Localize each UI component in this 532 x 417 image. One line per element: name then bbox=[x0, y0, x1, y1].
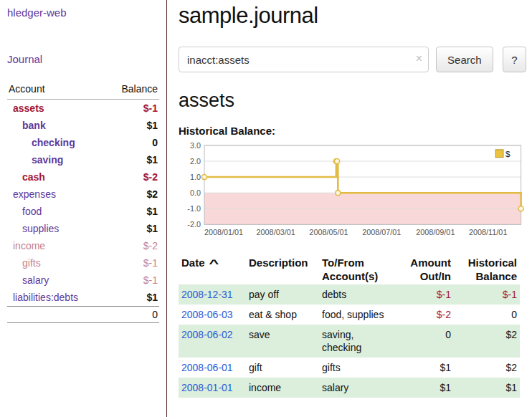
transaction-date-cell: 2008-06-01 bbox=[179, 358, 246, 378]
transaction-date-link[interactable]: 2008-06-01 bbox=[181, 362, 233, 373]
x-tick-label: 2008/07/01 bbox=[362, 228, 401, 236]
historical-balance-chart: 3.02.01.00.0-1.0-2.02008/01/012008/03/01… bbox=[179, 141, 526, 244]
y-tick-label: -2.0 bbox=[187, 220, 201, 229]
x-tick-label: 2008/05/01 bbox=[309, 228, 348, 236]
account-row: assets$-1 bbox=[7, 100, 159, 118]
transaction-balance: 0 bbox=[454, 305, 520, 325]
journal-link[interactable]: Journal bbox=[7, 53, 42, 65]
account-row: income$-2 bbox=[7, 237, 159, 254]
register-row: 2008-12-31pay offdebts$-1$-1 bbox=[179, 284, 520, 305]
account-balance: $1 bbox=[105, 220, 159, 237]
y-tick-label: -1.0 bbox=[187, 204, 201, 213]
account-name-cell: expenses bbox=[7, 186, 105, 203]
transaction-accounts: salary bbox=[319, 378, 394, 398]
transaction-balance: $1 bbox=[454, 378, 520, 398]
transaction-date-cell: 2008-01-01 bbox=[179, 378, 246, 398]
account-link[interactable]: checking bbox=[32, 137, 75, 148]
total-spacer bbox=[7, 307, 105, 323]
clear-search-icon[interactable]: × bbox=[416, 52, 422, 65]
legend-swatch bbox=[495, 150, 503, 158]
column-header-description: Description bbox=[246, 254, 319, 284]
account-balance: $-1 bbox=[105, 254, 159, 272]
x-tick-label: 2008/09/01 bbox=[416, 228, 455, 236]
transaction-accounts: gifts bbox=[319, 358, 394, 378]
transaction-date-link[interactable]: 2008-01-01 bbox=[181, 382, 233, 393]
transaction-accounts: debts bbox=[319, 284, 394, 305]
account-column-header: Account bbox=[7, 81, 105, 100]
accounts-header-row: Account Balance bbox=[7, 81, 159, 100]
transaction-amount: $1 bbox=[394, 378, 454, 398]
hledger-web-app: hledger-web Journal Account Balance asse… bbox=[0, 0, 532, 417]
account-row: liabilities:debts$1 bbox=[7, 289, 159, 307]
y-tick-label: 1.0 bbox=[190, 173, 201, 181]
chart-title: Historical Balance: bbox=[179, 125, 526, 137]
transaction-description: save bbox=[246, 325, 319, 358]
column-header-date[interactable]: Date^ bbox=[179, 254, 246, 284]
y-tick-label: 2.0 bbox=[190, 157, 201, 166]
transaction-amount: 0 bbox=[394, 325, 454, 358]
account-row: checking0 bbox=[7, 134, 159, 151]
search-box: × bbox=[179, 47, 429, 72]
column-header-amount: Amount Out/In bbox=[394, 254, 454, 284]
register-row: 2008-06-03eat & shopfood, supplies$-20 bbox=[179, 305, 520, 325]
data-point-marker bbox=[518, 206, 523, 211]
x-tick-label: 2008/03/01 bbox=[257, 228, 295, 236]
transaction-date-link[interactable]: 2008-06-03 bbox=[181, 309, 233, 320]
sidebar: hledger-web Journal Account Balance asse… bbox=[0, 0, 167, 417]
account-link[interactable]: gifts bbox=[22, 257, 41, 269]
account-link[interactable]: liabilities:debts bbox=[13, 292, 78, 303]
transaction-description: pay off bbox=[246, 284, 319, 305]
transaction-date-cell: 2008-12-31 bbox=[179, 284, 246, 305]
y-tick-label: 3.0 bbox=[190, 141, 201, 150]
transaction-date-link[interactable]: 2008-06-02 bbox=[181, 329, 233, 340]
transaction-balance: $2 bbox=[454, 358, 520, 378]
account-name-cell: gifts bbox=[7, 254, 105, 272]
account-balance: 0 bbox=[105, 134, 159, 151]
register-row: 2008-06-02savesaving, checking0$2 bbox=[179, 325, 520, 358]
search-bar: × Search ? bbox=[179, 47, 526, 72]
account-link[interactable]: cash bbox=[22, 171, 45, 183]
account-name-cell: salary bbox=[7, 272, 105, 289]
search-button[interactable]: Search bbox=[436, 47, 493, 72]
help-button[interactable]: ? bbox=[503, 47, 526, 72]
account-link[interactable]: expenses bbox=[13, 188, 56, 200]
accounts-table: Account Balance assets$-1bank$1checking0… bbox=[7, 81, 159, 323]
account-balance: $1 bbox=[105, 203, 159, 220]
x-tick-label: 2008/11/01 bbox=[469, 228, 507, 236]
transaction-date-link[interactable]: 2008-12-31 bbox=[181, 289, 233, 300]
account-name-cell: food bbox=[7, 203, 105, 220]
register-row: 2008-01-01incomesalary$1$1 bbox=[179, 378, 520, 398]
transaction-description: eat & shop bbox=[246, 305, 319, 325]
account-link[interactable]: assets bbox=[13, 102, 44, 114]
transaction-date-cell: 2008-06-03 bbox=[179, 305, 246, 325]
x-tick-label: 2008/01/01 bbox=[204, 228, 243, 236]
account-name-cell: checking bbox=[7, 134, 105, 151]
account-link[interactable]: income bbox=[13, 240, 45, 251]
account-link[interactable]: bank bbox=[22, 120, 46, 131]
legend-label: $ bbox=[505, 149, 510, 159]
account-link[interactable]: salary bbox=[22, 274, 49, 286]
account-name-cell: assets bbox=[7, 100, 105, 118]
transaction-amount: $-1 bbox=[394, 284, 454, 305]
account-heading: assets bbox=[179, 90, 526, 112]
account-row: cash$-2 bbox=[7, 168, 159, 186]
sort-ascending-icon: ^ bbox=[209, 257, 219, 270]
account-link[interactable]: supplies bbox=[22, 223, 59, 234]
account-link[interactable]: food bbox=[22, 206, 42, 217]
register-row: 2008-06-01giftgifts$1$2 bbox=[179, 358, 520, 378]
search-input[interactable] bbox=[179, 47, 429, 72]
account-balance: $-1 bbox=[105, 100, 159, 118]
register-header-row: Date^ Description To/From Account(s) Amo… bbox=[179, 254, 520, 284]
account-balance: $1 bbox=[105, 289, 159, 307]
account-row: salary$-1 bbox=[7, 272, 159, 289]
app-title-link[interactable]: hledger-web bbox=[7, 6, 67, 19]
data-point-marker bbox=[201, 175, 206, 180]
transaction-description: gift bbox=[246, 358, 319, 378]
account-name-cell: liabilities:debts bbox=[7, 289, 105, 307]
account-name-cell: income bbox=[7, 237, 105, 254]
page-title: sample.journal bbox=[179, 3, 526, 29]
account-balance: $2 bbox=[105, 186, 159, 203]
transaction-accounts: saving, checking bbox=[319, 325, 394, 358]
account-link[interactable]: saving bbox=[32, 154, 63, 166]
data-point-marker bbox=[335, 158, 340, 163]
